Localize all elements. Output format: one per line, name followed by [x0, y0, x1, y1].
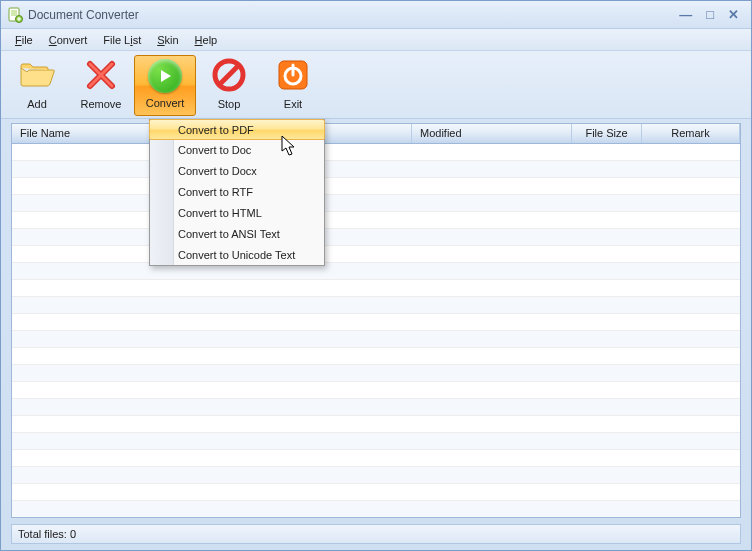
menu-skin[interactable]: Skin [149, 32, 186, 48]
power-icon [276, 58, 310, 94]
table-row [12, 365, 740, 382]
close-button[interactable]: ✕ [728, 7, 739, 22]
col-filesize[interactable]: File Size [572, 124, 642, 143]
table-body[interactable] [12, 144, 740, 517]
table-row [12, 195, 740, 212]
table-row [12, 280, 740, 297]
table-row [12, 467, 740, 484]
menu-file-list[interactable]: File List [95, 32, 149, 48]
table-row [12, 348, 740, 365]
maximize-button[interactable]: □ [706, 7, 714, 22]
exit-button[interactable]: Exit [262, 55, 324, 116]
app-window: Document Converter — □ ✕ File Convert Fi… [0, 0, 752, 551]
table-row [12, 297, 740, 314]
exit-label: Exit [284, 98, 302, 114]
table-row [12, 178, 740, 195]
table-row [12, 263, 740, 280]
table-row [12, 331, 740, 348]
col-remark[interactable]: Remark [642, 124, 740, 143]
delete-x-icon [84, 58, 118, 94]
play-icon [148, 59, 182, 93]
dd-convert-unicode[interactable]: Convert to Unicode Text [150, 244, 324, 265]
convert-dropdown: Convert to PDF Convert to Doc Convert to… [149, 119, 325, 266]
dd-convert-docx[interactable]: Convert to Docx [150, 160, 324, 181]
remove-button[interactable]: Remove [70, 55, 132, 116]
table-row [12, 161, 740, 178]
table-row [12, 246, 740, 263]
dd-convert-ansi[interactable]: Convert to ANSI Text [150, 223, 324, 244]
stop-button[interactable]: Stop [198, 55, 260, 116]
table-row [12, 382, 740, 399]
menubar: File Convert File List Skin Help [1, 29, 751, 51]
menu-help[interactable]: Help [187, 32, 226, 48]
statusbar: Total files: 0 [11, 524, 741, 544]
file-table: File Name Modified File Size Remark [11, 123, 741, 518]
table-row [12, 314, 740, 331]
menu-file[interactable]: File [7, 32, 41, 48]
prohibit-icon [212, 58, 246, 94]
add-button[interactable]: Add [6, 55, 68, 116]
table-row [12, 212, 740, 229]
dd-convert-rtf[interactable]: Convert to RTF [150, 181, 324, 202]
table-row [12, 433, 740, 450]
toolbar: Add Remove Convert Stop Exit [1, 51, 751, 119]
dd-convert-html[interactable]: Convert to HTML [150, 202, 324, 223]
table-row [12, 229, 740, 246]
titlebar: Document Converter — □ ✕ [1, 1, 751, 29]
menu-convert[interactable]: Convert [41, 32, 96, 48]
table-row [12, 416, 740, 433]
table-row [12, 501, 740, 517]
svg-line-3 [220, 66, 238, 84]
status-text: Total files: 0 [18, 528, 76, 540]
remove-label: Remove [81, 98, 122, 114]
convert-label: Convert [146, 97, 185, 113]
stop-label: Stop [218, 98, 241, 114]
col-modified[interactable]: Modified [412, 124, 572, 143]
table-row [12, 399, 740, 416]
dd-convert-doc[interactable]: Convert to Doc [150, 139, 324, 160]
folder-open-icon [18, 58, 56, 94]
dd-convert-pdf[interactable]: Convert to PDF [149, 119, 325, 140]
table-row [12, 450, 740, 467]
window-title: Document Converter [28, 8, 679, 22]
window-controls: — □ ✕ [679, 7, 745, 22]
convert-button[interactable]: Convert [134, 55, 196, 116]
minimize-button[interactable]: — [679, 7, 692, 22]
app-icon [7, 7, 23, 23]
add-label: Add [27, 98, 47, 114]
table-row [12, 144, 740, 161]
table-row [12, 484, 740, 501]
table-header: File Name Modified File Size Remark [12, 124, 740, 144]
